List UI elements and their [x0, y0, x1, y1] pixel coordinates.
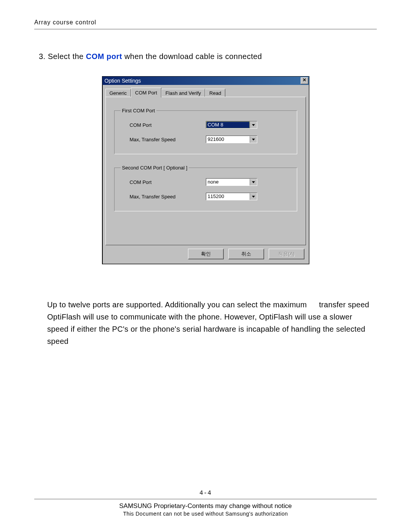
chevron-down-icon[interactable] [250, 121, 257, 128]
dialog-button-bar: 확인 취소 적용(A) [102, 249, 309, 264]
chevron-down-icon[interactable] [250, 136, 257, 143]
combo-speed-2[interactable]: 115200 [206, 193, 257, 200]
dialog-titlebar[interactable]: Option Settings ✕ [102, 77, 309, 85]
label-com-port-2: COM Port [130, 179, 206, 185]
combo-value: none [206, 179, 250, 185]
label-com-port-1: COM Port [130, 122, 206, 128]
cancel-button[interactable]: 취소 [228, 249, 264, 259]
page-footer: 4-4 SAMSUNG Proprietary-Contents may cha… [34, 490, 377, 517]
combo-value: COM 8 [206, 121, 250, 128]
ok-button[interactable]: 확인 [188, 249, 224, 259]
tab-read[interactable]: Read [205, 89, 225, 97]
tab-com-port[interactable]: COM Port [131, 88, 161, 97]
group-legend: Second COM Port [ Optional ] [121, 165, 189, 171]
tab-panel: First COM Port COM Port COM 8 Max, Trans… [105, 97, 306, 245]
row-com-port-1: COM Port COM 8 [130, 121, 291, 129]
chevron-down-icon[interactable] [250, 193, 257, 200]
close-icon[interactable]: ✕ [301, 77, 308, 84]
combo-speed-1[interactable]: 921600 [206, 136, 257, 143]
row-speed-1: Max, Transfer Speed 921600 [130, 136, 291, 143]
document-page: Array course control 3. Select the COM p… [0, 0, 411, 532]
page-header: Array course control [34, 19, 377, 29]
instruction-prefix: 3. Select the [39, 52, 86, 61]
tab-flash-verify[interactable]: Flash and Verify [161, 89, 205, 97]
combo-value: 115200 [206, 193, 250, 200]
combo-com-port-1[interactable]: COM 8 [206, 121, 257, 129]
second-com-port-group: Second COM Port [ Optional ] COM Port no… [114, 165, 297, 211]
apply-button: 적용(A) [269, 249, 304, 259]
row-speed-2: Max, Transfer Speed 115200 [130, 193, 291, 200]
combo-com-port-2[interactable]: none [206, 178, 257, 186]
tab-generic[interactable]: Generic [105, 89, 131, 97]
tab-strip: Generic COM Port Flash and Verify Read [102, 85, 309, 97]
instruction-suffix: when the download cable is connected [122, 52, 262, 61]
label-speed-2: Max, Transfer Speed [130, 194, 206, 200]
first-com-port-group: First COM Port COM Port COM 8 Max, Trans… [114, 108, 297, 154]
page-number: 4-4 [34, 490, 377, 499]
option-settings-dialog: Option Settings ✕ Generic COM Port Flash… [102, 76, 309, 264]
dialog-title: Option Settings [105, 78, 141, 84]
dialog-container: Option Settings ✕ Generic COM Port Flash… [34, 76, 377, 264]
footer-line-1: SAMSUNG Proprietary-Contents may change … [34, 502, 377, 510]
group-legend: First COM Port [121, 108, 157, 113]
explanatory-paragraph: Up to twelve ports are supported. Additi… [47, 299, 371, 347]
instruction-emphasis: COM port [86, 52, 122, 61]
combo-value: 921600 [206, 136, 250, 143]
row-com-port-2: COM Port none [130, 178, 291, 186]
chevron-down-icon[interactable] [250, 179, 257, 185]
label-speed-1: Max, Transfer Speed [130, 137, 206, 142]
footer-line-2: This Document can not be used without Sa… [34, 511, 377, 517]
instruction-step: 3. Select the COM port when the download… [39, 52, 377, 61]
